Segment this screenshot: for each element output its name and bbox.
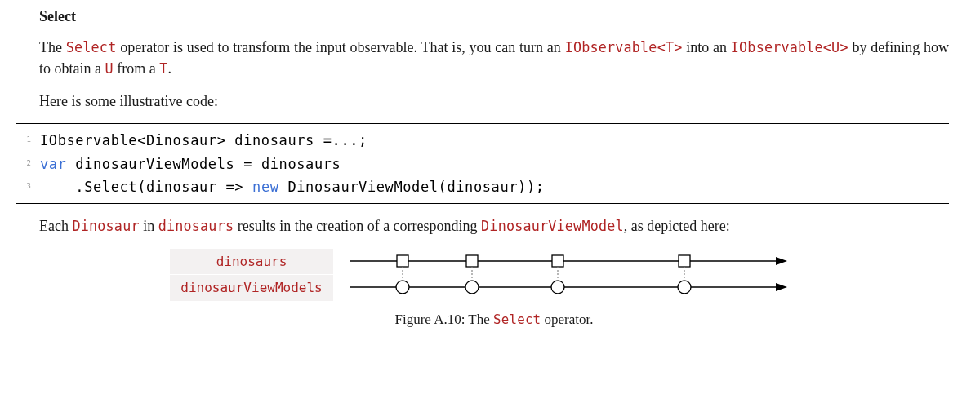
text: , as depicted here: [624,218,730,234]
marble-row: dinosaurViewModels [170,274,864,300]
code-line: 1IObservable<Dinosaur> dinosaurs =...; [16,129,546,152]
line-number: 1 [16,129,39,152]
content-column: Select The Select operator is used to tr… [39,8,949,328]
code-select-caption: Select [493,312,541,327]
text: operator is used to transform the input … [116,39,564,55]
code-token: dinosaurViewModels = dinosaurs [67,156,341,172]
code-cell: .Select(dinosaur => new DinosaurViewMode… [39,175,546,198]
code-cell: IObservable<Dinosaur> dinosaurs =...; [39,129,546,152]
marble-row-label: dinosaurs [170,248,333,275]
paragraph-intro: The Select operator is used to transform… [39,37,949,79]
marble-square-icon [679,255,690,267]
marble-track [333,248,864,274]
code-iobservable-u: IObservable<U> [731,39,849,55]
text: operator. [541,312,593,327]
code-u: U [105,60,113,77]
page: Select The Select operator is used to tr… [0,0,980,328]
paragraph-lead-in: Here is some illustrative code: [39,91,949,112]
code-token: DinosaurViewModel(dinosaur)); [279,179,545,195]
arrowhead-icon [776,257,787,265]
code-dinosaur-viewmodel: DinosaurViewModel [481,218,624,234]
code-line: 2var dinosaurViewModels = dinosaurs [16,153,546,175]
line-number: 3 [16,175,39,198]
line-number: 2 [16,153,39,175]
marble-track-svg [333,274,791,300]
code-token: IObservable<Dinosaur> dinosaurs =...; [40,132,368,148]
keyword-token: var [40,156,67,172]
section-heading: Select [39,8,949,25]
marble-square-icon [552,255,564,267]
code-dinosaur: Dinosaur [72,218,139,234]
marble-circle-icon [396,281,409,294]
marble-square-icon [466,255,478,267]
text: results in the creation of a correspondi… [234,218,481,234]
text: The [39,39,66,55]
code-dinosaurs: dinosaurs [158,218,234,234]
text: in [140,218,158,234]
marble-circle-icon [551,281,564,294]
marble-track [333,274,864,300]
marble-square-icon [397,255,408,267]
marble-row-label: dinosaurViewModels [170,274,333,301]
paragraph-result: Each Dinosaur in dinosaurs results in th… [39,215,949,237]
code-line: 3 .Select(dinosaur => new DinosaurViewMo… [16,175,546,198]
text: into an [682,39,730,55]
text: Each [39,218,72,234]
marble-circle-icon [466,281,479,294]
text: Figure A.10: The [394,312,493,327]
code-t: T [159,60,167,77]
code-cell: var dinosaurViewModels = dinosaurs [39,153,546,175]
code-select: Select [66,39,117,55]
rule-bottom [16,203,949,204]
marble-circle-icon [678,281,691,294]
figure-caption: Figure A.10: The Select operator. [39,312,949,328]
arrowhead-icon [776,283,787,291]
text: . [168,60,172,77]
keyword-token: new [252,179,279,195]
marble-rows: dinosaursdinosaurViewModels [170,248,864,300]
code-token: .Select(dinosaur => [40,179,252,195]
marble-row: dinosaurs [170,248,864,274]
marble-track-svg [333,248,791,274]
rule-top [16,123,949,124]
code-iobservable-t: IObservable<T> [565,39,683,55]
marble-diagram: dinosaursdinosaurViewModels [170,248,864,300]
code-listing: 1IObservable<Dinosaur> dinosaurs =...;2v… [16,123,949,204]
text: from a [114,60,159,77]
code-table: 1IObservable<Dinosaur> dinosaurs =...;2v… [16,129,546,198]
